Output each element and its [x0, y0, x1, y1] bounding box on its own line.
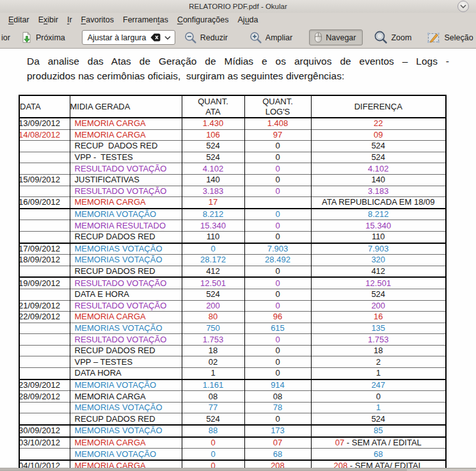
table-row: RESULTADO VOTAÇÃO4.10204.102	[19, 163, 446, 175]
menu-item-ferramentas[interactable]: Ferramentas	[118, 14, 173, 26]
logs-cell: 0	[244, 266, 311, 277]
logs-cell: 0	[244, 209, 311, 220]
table-row: DATA E HORA5240524	[19, 289, 446, 300]
table-row: MEMORIA VOTAÇÃO06868	[19, 449, 446, 460]
document-area[interactable]: Da analise das Atas de Geração de Mídias…	[0, 49, 476, 468]
menu-bar: EditarExibirIrFavoritosFerramentasConfig…	[0, 13, 476, 27]
diff-cell: 4.102	[311, 163, 446, 175]
ata-cell: 8.212	[182, 209, 244, 220]
diff-cell: 524	[311, 152, 446, 163]
table-row: RECUP DADOS RED4120412	[19, 266, 446, 277]
diff-cell: 524	[311, 289, 446, 300]
navegar-button[interactable]: Navegar	[309, 29, 363, 45]
mouse-icon	[314, 32, 322, 43]
clear-icon[interactable]	[150, 33, 161, 42]
media-cell: RECUP DADOS RED	[70, 141, 182, 152]
date-cell	[19, 402, 70, 413]
ata-cell: 28.172	[182, 255, 244, 266]
date-cell	[19, 163, 70, 175]
fit-width-combobox[interactable]: Ajustar à largura	[82, 30, 175, 45]
menu-item-configuracoes[interactable]: Configurações	[173, 14, 234, 26]
collapse-button[interactable]	[457, 1, 469, 12]
ata-cell: 0	[182, 243, 244, 255]
diff-cell: 09	[311, 129, 446, 141]
media-cell: RESULTADO VOTAÇÃO	[70, 300, 182, 312]
chevron-down-icon	[460, 4, 466, 8]
diff-cell: 15.340	[311, 220, 446, 232]
table-row: RESULTADO VOTAÇÃO1.75301.753	[19, 334, 446, 346]
ata-cell: 80	[182, 312, 244, 323]
menu-item-ir[interactable]: Ir	[63, 14, 77, 26]
zoom-tool-button[interactable]: Zoom	[371, 29, 414, 46]
diff-cell: 524	[311, 141, 446, 152]
intro-paragraph: Da analise das Atas de Geração de Mídias…	[27, 54, 449, 83]
ata-cell: 17	[182, 197, 244, 209]
table-row: 23/09/2012MEMORIA VOTAÇÃO1.161914247	[19, 379, 446, 391]
date-cell	[19, 186, 70, 197]
table-row: 22/09/2012MEMORIA CARGA809616	[19, 312, 446, 323]
reduzir-button[interactable]: Reduzir	[182, 29, 230, 46]
logs-cell: 0	[244, 356, 311, 368]
media-cell: MEMORIA CARGA	[70, 197, 182, 209]
media-cell: MEMORIAS VOTAÇÃO	[70, 402, 182, 413]
diff-cell: 524	[311, 413, 446, 425]
date-cell	[19, 209, 70, 220]
logs-cell: 78	[244, 402, 311, 413]
ata-cell: 140	[182, 174, 244, 186]
magnifier-icon	[374, 31, 388, 44]
fit-width-value: Ajustar à largura	[88, 33, 147, 42]
ata-cell: 1.430	[182, 118, 244, 129]
menu-item-exibir[interactable]: Exibir	[34, 14, 63, 26]
table-row: 14/08/2012MEMORIA CARGA1069709	[19, 129, 446, 141]
table-row: RECUP DADOS RED18018	[19, 345, 446, 356]
date-cell: 30/09/2012	[19, 425, 70, 437]
date-cell: 14/08/2012	[19, 129, 70, 141]
date-cell	[19, 323, 70, 334]
diff-cell: 247	[311, 379, 446, 391]
column-header: QUANT. LOG'S	[244, 95, 311, 118]
media-cell: RESULTADO VOTAÇÃO	[70, 186, 182, 197]
table-row: 03/10/2012MEMORIA CARGA00707 - SEM ATA /…	[19, 437, 446, 449]
anterior-button-fragment[interactable]: ior	[1, 33, 10, 42]
zoom-in-icon	[250, 31, 262, 44]
diff-cell: 18	[311, 345, 446, 356]
diff-cell: 2	[311, 356, 446, 368]
logs-cell: 0	[244, 174, 311, 186]
diff-cell: 135	[311, 323, 446, 334]
table-row: 16/09/2012MEMORIA CARGA17ATA REPUBLICADA…	[19, 197, 446, 209]
ata-cell: 1.753	[182, 334, 244, 346]
ata-cell: 412	[182, 266, 244, 277]
logs-cell: 0	[244, 220, 311, 232]
proxima-button[interactable]: Próxima	[18, 29, 68, 45]
title-bar[interactable]: RELATORIO PDF.pdf - Okular	[0, 0, 476, 13]
diff-cell: 200	[311, 300, 446, 312]
logs-cell: 173	[244, 425, 311, 437]
horizontal-scrollbar[interactable]	[0, 468, 476, 471]
date-cell	[19, 152, 70, 163]
logs-cell: 914	[244, 379, 311, 391]
date-cell	[19, 141, 70, 152]
menu-item-ajuda[interactable]: Ajuda	[234, 14, 263, 26]
media-cell: RESULTADO VOTAÇÃO	[70, 334, 182, 346]
date-cell: 21/09/2012	[19, 300, 70, 312]
ata-cell: 4.102	[182, 163, 244, 175]
ata-cell: 200	[182, 300, 244, 312]
date-cell	[19, 289, 70, 300]
logs-cell: 0	[244, 163, 311, 175]
selecao-button[interactable]: Seleção	[424, 29, 475, 46]
ampliar-button[interactable]: Ampliar	[247, 29, 295, 46]
diff-cell: 1	[311, 368, 446, 379]
date-cell: 22/09/2012	[19, 312, 70, 323]
table-row: VPP - TESTES5240524	[19, 152, 446, 163]
logs-cell: 1.408	[244, 118, 311, 129]
ata-cell: 524	[182, 413, 244, 425]
logs-cell: 0	[244, 413, 311, 425]
diff-cell: 22	[311, 118, 446, 129]
date-cell	[19, 449, 70, 460]
date-cell: 17/09/2012	[19, 243, 70, 255]
menu-item-favoritos[interactable]: Favoritos	[77, 14, 118, 26]
column-header: DIFERENÇA	[311, 95, 446, 118]
menu-item-editar[interactable]: Editar	[4, 14, 34, 26]
media-cell: MEMORIA RESULTADO	[70, 220, 182, 232]
ata-cell: 15.340	[182, 220, 244, 232]
